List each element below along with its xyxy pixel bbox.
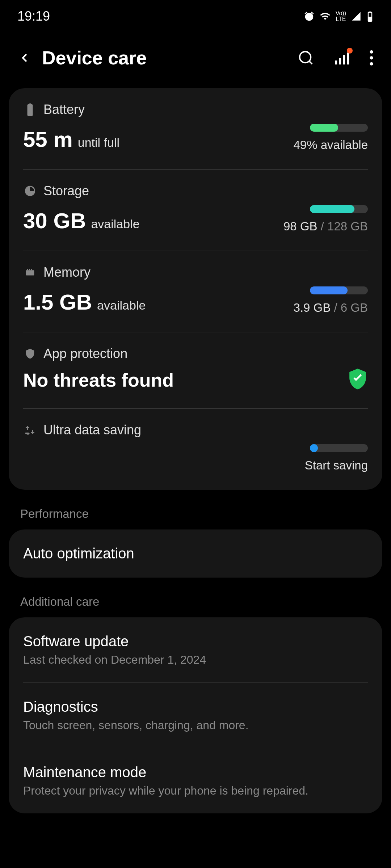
volte-icon: Vo))LTE — [336, 10, 346, 22]
alarm-icon — [304, 11, 315, 22]
signal-icon — [351, 11, 361, 21]
status-icons: Vo))LTE — [304, 10, 374, 22]
svg-line-1 — [309, 61, 312, 64]
maintenance-mode-item[interactable]: Maintenance mode Protect your privacy wh… — [9, 748, 382, 813]
diagnostics-item[interactable]: Diagnostics Touch screen, sensors, charg… — [9, 683, 382, 748]
svg-rect-5 — [347, 52, 349, 64]
auto-optimization-title: Auto optimization — [23, 545, 368, 562]
diagnostics-subtitle: Touch screen, sensors, charging, and mor… — [23, 719, 368, 732]
status-time: 19:19 — [17, 9, 50, 24]
battery-suffix: until full — [78, 136, 119, 150]
app-protection-label: App protection — [43, 346, 127, 361]
storage-value: 30 GB — [23, 208, 86, 233]
memory-label: Memory — [43, 265, 91, 280]
more-options-button[interactable] — [369, 50, 374, 66]
wifi-icon — [320, 11, 331, 22]
shield-icon — [23, 347, 37, 361]
ultra-data-action: Start saving — [305, 459, 368, 472]
search-button[interactable] — [298, 50, 314, 66]
maintenance-mode-title: Maintenance mode — [23, 764, 368, 780]
threat-status: No threats found — [23, 369, 174, 391]
memory-value: 1.5 GB — [23, 290, 92, 315]
battery-percent-text: 49% available — [294, 138, 368, 152]
memory-item[interactable]: Memory 1.5 GB available 3.9 GB / 6 GB — [9, 251, 382, 332]
data-usage-button[interactable] — [334, 50, 350, 66]
svg-rect-11 — [29, 269, 30, 270]
diagnostics-title: Diagnostics — [23, 699, 368, 715]
storage-label: Storage — [43, 183, 89, 199]
performance-section-header: Performance — [0, 490, 391, 529]
notification-dot-icon — [347, 48, 353, 54]
performance-card: Auto optimization — [9, 529, 382, 578]
additional-care-section-header: Additional care — [0, 578, 391, 617]
memory-usage-text: 3.9 GB / 6 GB — [294, 301, 368, 315]
memory-progress — [310, 286, 368, 294]
software-update-title: Software update — [23, 633, 368, 650]
storage-item[interactable]: Storage 30 GB available 98 GB / 128 GB — [9, 170, 382, 251]
svg-rect-12 — [31, 269, 32, 270]
battery-item[interactable]: Battery 55 m until full 49% available — [9, 88, 382, 169]
ultra-data-progress — [310, 444, 368, 452]
ultra-data-label: Ultra data saving — [43, 422, 141, 438]
battery-status-icon — [366, 11, 374, 22]
storage-usage-text: 98 GB / 128 GB — [283, 220, 368, 233]
battery-value: 55 m — [23, 127, 73, 152]
svg-rect-9 — [26, 270, 34, 275]
auto-optimization-item[interactable]: Auto optimization — [9, 529, 382, 578]
battery-progress — [310, 124, 368, 132]
data-saving-icon — [23, 423, 37, 437]
shield-check-icon — [348, 368, 368, 391]
memory-icon — [23, 265, 37, 279]
svg-point-0 — [300, 52, 311, 63]
storage-icon — [23, 184, 37, 198]
svg-rect-3 — [339, 58, 341, 64]
maintenance-mode-subtitle: Protect your privacy while your phone is… — [23, 784, 368, 797]
svg-point-8 — [370, 62, 373, 65]
svg-point-6 — [370, 50, 373, 54]
status-bar: 19:19 Vo))LTE — [0, 0, 391, 33]
svg-rect-10 — [27, 269, 28, 270]
back-button[interactable] — [17, 51, 32, 65]
ultra-data-saving-item[interactable]: Ultra data saving Start saving — [9, 409, 382, 490]
battery-icon — [23, 103, 37, 116]
app-header: Device care — [0, 33, 391, 80]
software-update-subtitle: Last checked on December 1, 2024 — [23, 653, 368, 667]
app-protection-item[interactable]: App protection No threats found — [9, 332, 382, 408]
svg-point-7 — [370, 56, 373, 59]
device-status-card: Battery 55 m until full 49% available St… — [9, 88, 382, 490]
memory-suffix: available — [97, 298, 146, 312]
software-update-item[interactable]: Software update Last checked on December… — [9, 617, 382, 682]
page-title: Device care — [42, 47, 287, 69]
additional-care-card: Software update Last checked on December… — [9, 617, 382, 813]
svg-rect-2 — [335, 60, 337, 64]
storage-progress — [310, 205, 368, 213]
battery-label: Battery — [43, 102, 85, 117]
svg-rect-4 — [343, 55, 345, 65]
storage-suffix: available — [91, 217, 139, 231]
